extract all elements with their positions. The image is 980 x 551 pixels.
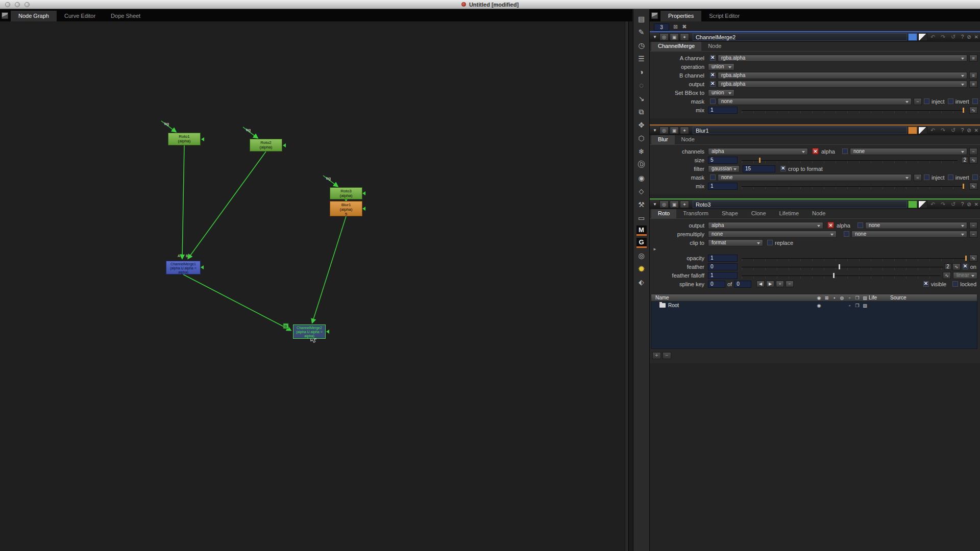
output-dropdown[interactable]: alpha <box>708 222 823 229</box>
opacity-value-field[interactable]: 1 <box>708 255 738 262</box>
node-color-button[interactable] <box>908 127 917 134</box>
mask-channel-checkbox[interactable] <box>857 222 863 228</box>
channel-disable-icon[interactable]: ✕ <box>812 148 819 155</box>
filter-tool-icon[interactable]: ◌ <box>635 80 648 91</box>
tab-node[interactable]: Node <box>701 42 728 51</box>
particles-tool-icon[interactable]: ❄ <box>635 146 648 157</box>
close-panel-icon[interactable]: ✕ <box>974 34 978 40</box>
shape-table-body[interactable]: Root ◉ ▫ ❐ ▨ <box>651 302 977 349</box>
tab-channelmerge[interactable]: ChannelMerge <box>651 42 701 51</box>
interface-color-button[interactable] <box>918 127 927 134</box>
window-controls[interactable] <box>5 2 30 7</box>
collapse-panel-icon[interactable]: ▼ <box>653 35 657 39</box>
close-window-button[interactable] <box>5 2 10 7</box>
slider-handle[interactable] <box>963 108 964 113</box>
undo-icon[interactable]: ↶ <box>928 201 938 208</box>
filter-dropdown[interactable]: gaussian <box>708 165 740 172</box>
animation-curve-button[interactable]: ∿ <box>969 107 977 114</box>
animation-curve-button[interactable]: ∿ <box>952 263 961 270</box>
pin-panel-icon[interactable]: ⊘ <box>967 34 971 40</box>
node-name-field[interactable]: Blur1 <box>693 127 907 134</box>
copies-toggle-icon[interactable]: ❐ <box>853 303 861 308</box>
lock-column-icon[interactable]: ⊠ <box>823 295 830 300</box>
close-all-panels-icon[interactable]: ✖ <box>682 23 687 30</box>
tab-curve-editor[interactable]: Curve Editor <box>57 11 103 21</box>
color-picker-button[interactable]: ✦ <box>680 127 689 134</box>
animation-curve-button[interactable]: ∿ <box>969 255 977 262</box>
slider-handle[interactable] <box>963 184 964 189</box>
image-tool-icon[interactable]: ▤ <box>635 13 648 24</box>
furnace-tool-icon[interactable]: ⬖ <box>635 277 648 288</box>
premultiply-mask-dropdown[interactable]: none <box>851 231 967 238</box>
tab-dope-sheet[interactable]: Dope Sheet <box>103 11 148 21</box>
visible-checkbox[interactable] <box>923 281 929 287</box>
b-channel-checkbox[interactable] <box>710 72 716 78</box>
mask-checkbox[interactable] <box>710 174 716 180</box>
animation-curve-button[interactable]: ∿ <box>943 272 951 279</box>
spline-key-index-field[interactable]: 0 <box>708 281 725 288</box>
mask-channel-button[interactable]: − <box>914 98 922 105</box>
mask-channel-dropdown[interactable]: none <box>850 148 967 155</box>
mix-slider[interactable] <box>742 107 965 114</box>
next-key-button[interactable]: ▶ <box>766 281 774 287</box>
edge-channelmerge1-channelmerge2[interactable] <box>183 274 290 330</box>
center-node-button[interactable]: ◎ <box>659 127 669 134</box>
feather-falloff-value-field[interactable]: 1 <box>708 272 738 279</box>
center-node-button[interactable]: ◎ <box>659 201 669 208</box>
keyer-tool-icon[interactable]: ↘ <box>635 93 648 104</box>
add-layer-button[interactable]: + <box>652 352 661 359</box>
falloff-mode-dropdown[interactable]: linear <box>953 272 977 279</box>
source-column-header[interactable]: Source <box>890 295 917 300</box>
inject-checkbox[interactable] <box>924 174 929 180</box>
close-panel-icon[interactable]: ✕ <box>974 202 978 207</box>
node-graph-canvas[interactable]: bg bg bg A B B Roto1 (alpha) Roto2 (alph… <box>0 21 629 551</box>
quality-field[interactable]: 15 <box>743 165 775 172</box>
collapse-panel-icon[interactable]: ▼ <box>653 202 657 207</box>
modeling-tool-icon[interactable]: M <box>636 226 647 236</box>
tab-shape[interactable]: Shape <box>715 209 745 218</box>
channel-matrix-button[interactable]: − <box>969 222 977 229</box>
mask-dropdown[interactable]: none <box>718 174 912 181</box>
a-channel-checkbox[interactable] <box>710 55 716 61</box>
locked-checkbox[interactable] <box>952 281 958 287</box>
color-picker-button[interactable]: ✦ <box>680 201 689 208</box>
edge-roto2-channelmerge1[interactable] <box>188 152 266 258</box>
interface-color-button[interactable] <box>918 201 927 208</box>
help-icon[interactable]: ? <box>961 128 964 133</box>
mask-channel-dropdown[interactable]: none <box>865 222 967 229</box>
pin-panel-icon[interactable]: ⊘ <box>967 202 971 207</box>
collapsed-group-arrow-icon[interactable]: ► <box>651 247 977 254</box>
animation-curve-button[interactable]: ∿ <box>969 183 977 190</box>
node-name-field[interactable]: ChannelMerge2 <box>693 33 907 41</box>
edge-blur1-channelmerge2[interactable] <box>312 216 346 322</box>
matte-toggle-icon[interactable]: ▫ <box>846 303 853 308</box>
undo-icon[interactable]: ↶ <box>928 33 938 41</box>
tab-node[interactable]: Node <box>675 135 701 144</box>
mask-channel-button[interactable]: = <box>914 174 922 181</box>
edge-roto1-channelmerge1[interactable] <box>182 145 184 258</box>
close-panel-icon[interactable]: ✕ <box>974 128 978 133</box>
life-column-header[interactable]: Life <box>869 295 890 300</box>
node-name-field[interactable]: Roto3 <box>693 201 907 208</box>
color-column-icon[interactable]: ◍ <box>838 295 846 300</box>
layer-name[interactable]: Root <box>668 303 815 308</box>
node-icon-button[interactable]: ▣ <box>670 201 679 208</box>
feather-slider[interactable] <box>742 263 943 270</box>
node-blur1[interactable]: Blur1 (alpha) 5 <box>330 201 362 216</box>
collapse-panel-icon[interactable]: ▼ <box>653 128 657 133</box>
center-node-button[interactable]: ◎ <box>659 33 669 41</box>
redo-icon[interactable]: ↷ <box>939 127 948 134</box>
channelmerge1-mask-port-icon[interactable] <box>201 265 204 269</box>
minimize-window-button[interactable] <box>15 2 20 7</box>
bbox-dropdown[interactable]: union <box>708 89 734 96</box>
tab-blur[interactable]: Blur <box>651 135 675 144</box>
tab-transform[interactable]: Transform <box>676 209 715 218</box>
size-slider[interactable] <box>742 157 958 164</box>
mix-value-field[interactable]: 1 <box>708 107 738 114</box>
tab-script-editor[interactable]: Script Editor <box>701 11 747 21</box>
slider-handle[interactable] <box>839 264 840 269</box>
pin-panel-icon[interactable]: ⊘ <box>967 128 971 133</box>
remove-layer-button[interactable]: − <box>663 352 671 359</box>
node-icon-button[interactable]: ▣ <box>670 127 679 134</box>
copies-column-icon[interactable]: ❐ <box>853 295 861 300</box>
